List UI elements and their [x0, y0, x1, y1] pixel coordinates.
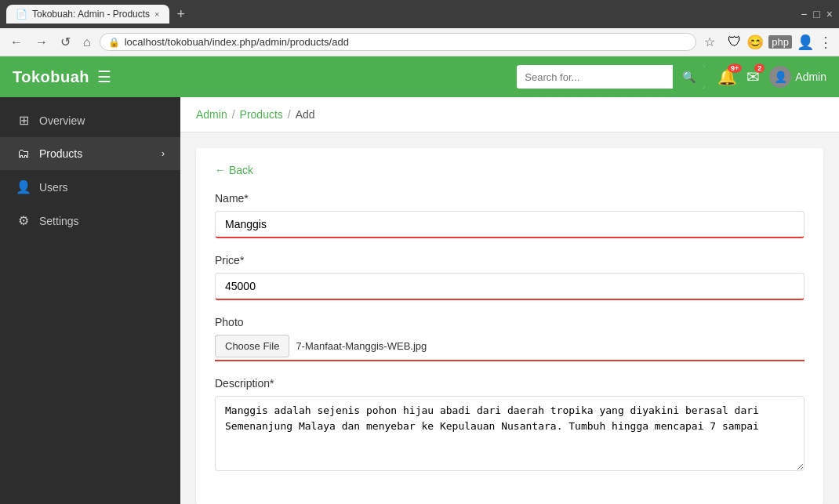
- users-icon: 👤: [16, 179, 31, 194]
- price-field-group: Price*: [215, 254, 804, 300]
- sidebar-item-settings-label: Settings: [39, 215, 165, 227]
- emoji-icon: 😊: [746, 34, 764, 51]
- tab-close-icon[interactable]: ×: [154, 9, 159, 19]
- nav-back-button[interactable]: ←: [6, 34, 27, 51]
- messages-mail[interactable]: ✉ 2: [746, 67, 760, 86]
- browser-extra-icons: 🛡 😊 php 👤: [728, 34, 814, 51]
- form-container: ← Back Name* Price* Photo Choose File 7-…: [196, 148, 823, 504]
- search-input[interactable]: [517, 66, 673, 89]
- user-profile-icon[interactable]: 👤: [797, 34, 814, 51]
- header-search: 🔍: [517, 65, 705, 89]
- chevron-right-icon: ›: [162, 148, 165, 159]
- photo-label: Photo: [215, 316, 804, 328]
- sidebar-item-products-label: Products: [39, 147, 154, 160]
- back-button[interactable]: ← Back: [215, 164, 253, 176]
- breadcrumb-admin[interactable]: Admin: [196, 108, 227, 121]
- notifications-bell[interactable]: 🔔 9+: [717, 67, 737, 86]
- overview-icon: ⊞: [16, 113, 31, 128]
- lock-icon: 🔒: [108, 37, 120, 48]
- choose-file-button[interactable]: Choose File: [215, 335, 289, 357]
- hamburger-button[interactable]: ☰: [97, 67, 111, 86]
- user-menu-button[interactable]: 👤 Admin: [769, 66, 826, 88]
- description-field-group: Description* Manggis adalah sejenis poho…: [215, 377, 804, 473]
- photo-field-group: Photo Choose File 7-Manfaat-Manggis-WEB.…: [215, 316, 804, 361]
- browser-actions: ☆: [701, 33, 718, 51]
- tab-bar: 📄 Tokobuah: Admin - Products × +: [6, 5, 190, 24]
- file-input-wrapper: Choose File 7-Manfaat-Manggis-WEB.jpg: [215, 335, 804, 361]
- nav-home-button[interactable]: ⌂: [79, 34, 95, 51]
- browser-chrome: 📄 Tokobuah: Admin - Products × + − □ ×: [0, 0, 839, 28]
- bell-badge: 9+: [728, 63, 742, 73]
- avatar: 👤: [769, 66, 791, 88]
- sidebar-item-users-label: Users: [39, 181, 165, 194]
- description-label: Description*: [215, 377, 804, 390]
- sidebar-item-products[interactable]: 🗂 Products ›: [0, 137, 180, 170]
- price-label: Price*: [215, 254, 804, 267]
- app-header: Tokobuah ☰ 🔍 🔔 9+ ✉ 2 👤 Admin: [0, 56, 839, 97]
- app-logo: Tokobuah: [13, 68, 89, 86]
- content-area: Admin / Products / Add ← Back Name* Pric…: [180, 97, 839, 504]
- bookmark-icon[interactable]: ☆: [701, 33, 718, 51]
- sidebar: ⊞ Overview 🗂 Products › 👤 Users ⚙ Settin…: [0, 97, 180, 504]
- browser-nav: ← → ↺ ⌂ 🔒 ☆ 🛡 😊 php 👤 ⋮: [0, 28, 839, 56]
- shield-icon: 🛡: [728, 34, 742, 50]
- name-field-group: Name*: [215, 192, 804, 238]
- php-icon: php: [768, 35, 792, 49]
- nav-refresh-button[interactable]: ↺: [56, 33, 74, 51]
- products-icon: 🗂: [16, 147, 31, 161]
- breadcrumb: Admin / Products / Add: [180, 97, 839, 132]
- address-bar[interactable]: 🔒: [100, 33, 697, 51]
- browser-menu-button[interactable]: ⋮: [819, 34, 833, 51]
- nav-forward-button[interactable]: →: [31, 34, 52, 51]
- header-icons: 🔔 9+ ✉ 2 👤 Admin: [717, 66, 826, 88]
- tab-favicon: 📄: [16, 9, 27, 20]
- sidebar-item-settings[interactable]: ⚙ Settings: [0, 204, 180, 237]
- new-tab-button[interactable]: +: [173, 6, 191, 23]
- main-layout: ⊞ Overview 🗂 Products › 👤 Users ⚙ Settin…: [0, 97, 839, 504]
- search-button[interactable]: 🔍: [673, 65, 705, 89]
- description-input[interactable]: Manggis adalah sejenis pohon hijau abadi…: [215, 396, 804, 471]
- mail-badge: 2: [754, 63, 765, 73]
- settings-icon: ⚙: [16, 213, 31, 228]
- breadcrumb-separator-1: /: [232, 108, 235, 121]
- sidebar-item-overview-label: Overview: [39, 114, 165, 127]
- file-name-display: 7-Manfaat-Manggis-WEB.jpg: [296, 340, 427, 352]
- breadcrumb-products[interactable]: Products: [240, 108, 283, 121]
- window-close[interactable]: ×: [826, 8, 833, 20]
- breadcrumb-separator-2: /: [288, 108, 291, 121]
- price-input[interactable]: [215, 273, 804, 300]
- address-input[interactable]: [125, 36, 688, 48]
- active-tab[interactable]: 📄 Tokobuah: Admin - Products ×: [6, 5, 169, 24]
- sidebar-item-overview[interactable]: ⊞ Overview: [0, 103, 180, 137]
- window-minimize[interactable]: −: [801, 8, 807, 20]
- name-input[interactable]: [215, 211, 804, 238]
- name-label: Name*: [215, 192, 804, 205]
- tab-title: Tokobuah: Admin - Products: [32, 9, 150, 20]
- window-maximize[interactable]: □: [813, 8, 819, 20]
- sidebar-item-users[interactable]: 👤 Users: [0, 170, 180, 204]
- breadcrumb-current: Add: [296, 108, 315, 121]
- user-label: Admin: [795, 71, 826, 83]
